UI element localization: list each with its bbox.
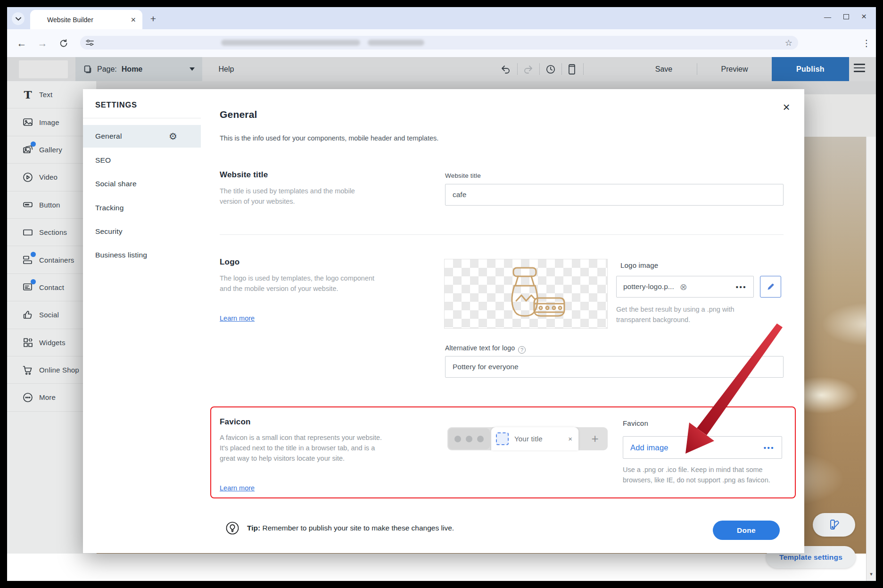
preview-tab-title: Your title — [514, 435, 543, 443]
settings-modal: SETTINGS General ⚙ SEO Social share Trac… — [83, 89, 804, 553]
settings-menu-security[interactable]: Security — [83, 220, 201, 243]
blurred-url-segment — [221, 40, 360, 46]
notification-dot — [31, 252, 36, 257]
undo-icon[interactable] — [495, 57, 516, 81]
notification-dot — [31, 141, 36, 147]
gallery-icon — [22, 143, 34, 156]
new-tab-button[interactable]: + — [147, 13, 159, 25]
blurred-url-segment — [368, 40, 424, 46]
reload-icon[interactable] — [54, 29, 73, 57]
window-controls: — × — [824, 7, 873, 26]
logo-alt-label: Alternative text for logo? — [445, 344, 526, 354]
favicon-add-field[interactable]: Add image ••• — [623, 436, 782, 459]
template-style-button[interactable] — [813, 513, 855, 537]
tune-icon[interactable] — [86, 39, 94, 46]
logo-image-label: Logo image — [620, 261, 658, 269]
history-icon[interactable] — [540, 57, 561, 81]
favicon-learn-more-link[interactable]: Learn more — [220, 484, 255, 492]
pages-icon — [83, 65, 92, 74]
palette-icon — [827, 518, 841, 531]
favicon-placeholder-icon — [496, 432, 509, 445]
help-circle-icon[interactable]: ? — [518, 346, 526, 354]
remove-logo-icon[interactable]: ⊗ — [680, 282, 687, 291]
redo-icon[interactable] — [518, 57, 539, 81]
website-title-heading: Website title — [220, 170, 268, 180]
page-name: Home — [122, 65, 142, 74]
preview-browser-tab: Your title × — [491, 427, 578, 450]
logo-file-field[interactable]: pottery-logo.p... ⊗ ••• — [616, 276, 754, 298]
favicon-helper-text: Use a .png or .ico file. Keep in mind th… — [623, 464, 781, 485]
favicon-browser-preview: Your title × + — [447, 427, 608, 450]
settings-menu-tracking[interactable]: Tracking — [83, 196, 201, 220]
logo-alt-input[interactable] — [445, 356, 784, 378]
page-scrollbar[interactable]: ▾ — [866, 137, 876, 581]
close-window-icon[interactable]: × — [861, 11, 866, 22]
button-icon — [22, 199, 34, 211]
scroll-down-icon[interactable]: ▾ — [866, 571, 876, 577]
tab-search-button[interactable] — [12, 12, 25, 25]
site-preview-photo-bottom — [7, 554, 876, 581]
browser-menu-icon[interactable]: ⋮ — [857, 29, 876, 57]
logo-description: The logo is used by templates, the logo … — [220, 273, 375, 294]
favicon-description: A favicon is a small icon that represent… — [220, 432, 384, 464]
settings-menu-business-listing[interactable]: Business listing — [83, 243, 201, 267]
settings-menu-general[interactable]: General ⚙ — [83, 125, 201, 148]
tab-close-icon[interactable]: × — [131, 16, 136, 24]
help-button[interactable]: Help — [210, 57, 243, 81]
settings-menu-seo[interactable]: SEO — [83, 149, 201, 172]
builder-menu-icon[interactable] — [854, 64, 865, 72]
preview-button[interactable]: Preview — [721, 57, 748, 81]
page-subtitle: This is the info used for your component… — [220, 134, 438, 142]
tip-row: Tip: Remember to publish your site to ma… — [225, 521, 454, 535]
containers-icon — [22, 254, 34, 266]
page-selector[interactable]: Page: Home — [75, 57, 202, 81]
publish-button[interactable]: Publish — [772, 57, 849, 81]
logo-helper-text: Get the best result by using a .png with… — [616, 304, 767, 325]
forward-icon[interactable]: → — [33, 29, 52, 57]
page-prefix: Page: — [97, 65, 117, 74]
settings-menu-social-share[interactable]: Social share — [83, 172, 201, 196]
widgets-icon — [22, 336, 34, 348]
done-button[interactable]: Done — [713, 521, 780, 540]
modal-close-icon[interactable]: × — [779, 99, 794, 115]
favicon-field-label: Favicon — [623, 419, 648, 427]
browser-tab[interactable]: Website Builder × — [30, 10, 142, 29]
favicon-heading: Favicon — [220, 417, 251, 427]
video-icon — [22, 171, 34, 183]
website-title-input[interactable] — [445, 184, 784, 206]
edit-logo-button[interactable] — [760, 276, 781, 298]
text-icon: T — [22, 89, 34, 101]
browser-tabstrip: Website Builder × + — × — [7, 7, 876, 29]
page-title: General — [220, 109, 257, 120]
logo-preview — [444, 259, 608, 329]
settings-panel-title: SETTINGS — [95, 100, 137, 109]
save-button[interactable]: Save — [655, 57, 672, 81]
back-icon[interactable]: ← — [12, 29, 31, 57]
bookmark-star-icon[interactable]: ☆ — [785, 38, 792, 48]
logo-heading: Logo — [220, 257, 239, 267]
preview-new-tab-icon: + — [585, 427, 605, 450]
thumbs-up-icon — [22, 309, 34, 321]
more-icon — [22, 391, 34, 404]
contact-icon — [22, 281, 34, 293]
maximize-icon[interactable] — [843, 14, 849, 19]
address-bar[interactable]: ☆ — [80, 36, 798, 50]
website-title-input-label: Website title — [445, 172, 481, 179]
minimize-icon[interactable]: — — [824, 13, 831, 21]
tip-text: Tip: Remember to publish your site to ma… — [247, 524, 454, 532]
notification-dot — [31, 279, 36, 284]
divider — [83, 118, 201, 118]
preview-window-dots — [448, 428, 490, 449]
chevron-down-icon — [190, 67, 195, 71]
image-icon — [22, 116, 34, 128]
pottery-logo-image — [477, 265, 576, 323]
divider — [220, 234, 784, 235]
mobile-preview-icon[interactable] — [561, 57, 582, 81]
logo-options-icon[interactable]: ••• — [736, 283, 747, 291]
logo-learn-more-link[interactable]: Learn more — [220, 315, 255, 322]
add-image-link[interactable]: Add image — [630, 443, 668, 452]
favicon-options-icon[interactable]: ••• — [764, 444, 775, 452]
logo-file-name: pottery-logo.p... — [623, 282, 674, 291]
builder-logo-placeholder — [19, 60, 68, 78]
tab-title: Website Builder — [47, 16, 93, 24]
